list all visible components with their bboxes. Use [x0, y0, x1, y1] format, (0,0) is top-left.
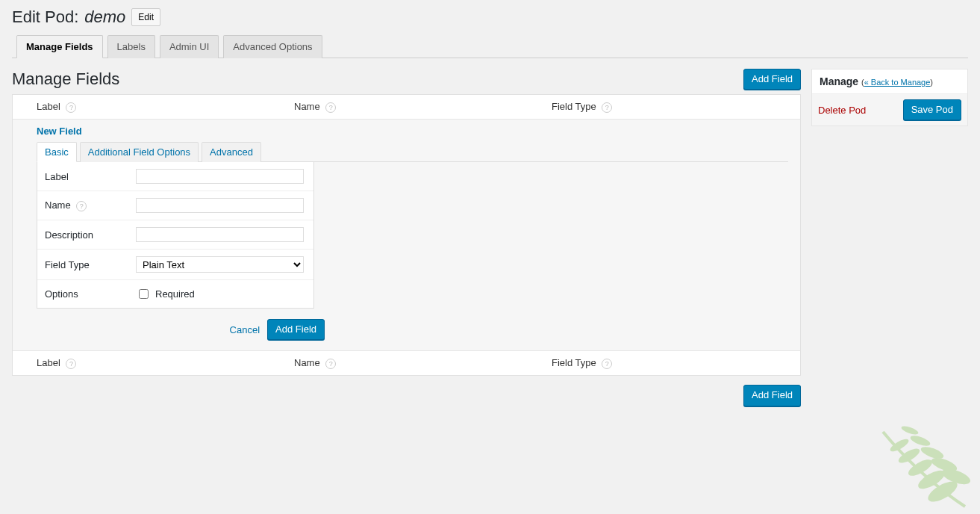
new-field-subtabs: Basic Additional Field Options Advanced	[37, 141, 788, 162]
help-icon[interactable]: ?	[325, 102, 336, 113]
sidebar-manage-label: Manage	[820, 75, 858, 87]
subtab-additional[interactable]: Additional Field Options	[80, 142, 199, 162]
help-icon[interactable]: ?	[66, 359, 76, 369]
save-pod-button[interactable]: Save Pod	[903, 99, 961, 120]
tab-labels[interactable]: Labels	[107, 35, 155, 58]
add-field-button-bottom[interactable]: Add Field	[743, 385, 801, 406]
svg-point-0	[925, 477, 960, 506]
table-foot: Label ? Name ? Field Type ?	[13, 351, 800, 375]
options-field-label: Options	[45, 288, 136, 300]
svg-point-6	[930, 455, 959, 474]
cancel-link[interactable]: Cancel	[230, 324, 260, 335]
svg-point-4	[888, 437, 910, 454]
name-field-label: Name	[45, 199, 71, 211]
add-field-submit-button[interactable]: Add Field	[267, 319, 325, 340]
help-icon[interactable]: ?	[602, 359, 612, 369]
help-icon[interactable]: ?	[66, 102, 76, 113]
page-title: Edit Pod: demo Edit	[12, 7, 968, 27]
table-head: Label ? Name ? Field Type ?	[13, 95, 800, 119]
fieldtype-field-label: Field Type	[45, 259, 136, 270]
subtab-basic[interactable]: Basic	[37, 142, 77, 162]
tab-admin-ui[interactable]: Admin UI	[160, 35, 219, 58]
subtab-advanced[interactable]: Advanced	[202, 142, 261, 162]
description-input[interactable]	[136, 227, 304, 242]
help-icon[interactable]: ?	[325, 359, 336, 369]
manage-sidebar-box: Manage (« Back to Manage) Delete Pod Sav…	[811, 69, 968, 126]
delete-pod-link[interactable]: Delete Pod	[818, 105, 866, 116]
tab-manage-fields[interactable]: Manage Fields	[16, 35, 103, 58]
tab-advanced-options[interactable]: Advanced Options	[223, 35, 322, 58]
fields-table: Label ? Name ? Field Type ? New Field Ba…	[12, 94, 801, 376]
decorative-leaf-icon	[831, 402, 980, 514]
description-field-label: Description	[45, 229, 136, 241]
svg-point-9	[900, 424, 919, 436]
col-type-footer: Field Type	[552, 357, 596, 368]
required-label: Required	[155, 288, 195, 300]
svg-point-3	[896, 446, 922, 465]
new-field-form: Label Name ? Description	[37, 162, 314, 309]
svg-point-5	[940, 466, 972, 488]
required-checkbox[interactable]	[139, 289, 149, 299]
col-name-footer: Name	[294, 357, 320, 368]
new-field-row: New Field Basic Additional Field Options…	[13, 119, 800, 351]
label-input[interactable]	[136, 169, 304, 184]
col-type-header: Field Type	[552, 101, 596, 112]
add-field-button-top[interactable]: Add Field	[743, 69, 801, 90]
title-prefix: Edit Pod:	[12, 7, 78, 27]
svg-point-2	[906, 456, 934, 479]
fieldtype-select[interactable]: Plain Text	[136, 256, 304, 273]
new-field-title[interactable]: New Field	[37, 126, 788, 137]
svg-point-1	[916, 467, 948, 492]
edit-pod-name-button[interactable]: Edit	[131, 8, 160, 26]
col-label-header: Label	[37, 101, 60, 112]
col-label-footer: Label	[37, 357, 60, 368]
col-name-header: Name	[294, 101, 320, 112]
back-to-manage-link[interactable]: « Back to Manage	[864, 78, 931, 87]
help-icon[interactable]: ?	[76, 201, 87, 211]
label-field-label: Label	[45, 171, 136, 182]
pod-name: demo	[84, 7, 125, 27]
help-icon[interactable]: ?	[602, 102, 612, 113]
svg-point-7	[920, 445, 945, 461]
name-input[interactable]	[136, 198, 304, 213]
section-heading: Manage Fields	[12, 69, 119, 89]
svg-point-8	[909, 434, 931, 448]
main-tabs: Manage Fields Labels Admin UI Advanced O…	[12, 34, 968, 58]
